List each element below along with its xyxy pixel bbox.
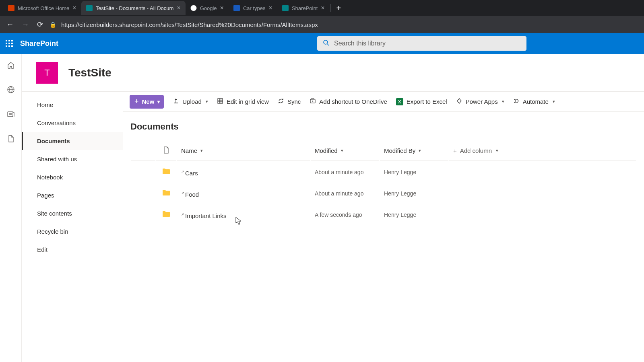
folder-icon	[162, 211, 170, 217]
plus-icon: +	[134, 97, 139, 106]
link-marker-icon: ↗	[181, 212, 184, 216]
browser-tab[interactable]: Google ×	[186, 1, 229, 15]
modified-by-cell[interactable]: Henry Legge	[380, 183, 448, 204]
link-marker-icon: ↗	[181, 170, 184, 174]
upload-button[interactable]: Upload ▾	[173, 98, 208, 106]
nav-item-pages[interactable]: Pages	[22, 186, 123, 204]
column-add[interactable]: +Add column▾	[449, 141, 636, 161]
close-icon[interactable]: ×	[177, 4, 180, 12]
files-icon[interactable]	[7, 135, 15, 145]
url-text[interactable]: https://citizenbuilders.sharepoint.com/s…	[61, 21, 639, 28]
power-apps-button[interactable]: Power Apps ▾	[456, 98, 504, 106]
chevron-down-icon: ▾	[419, 148, 421, 153]
browser-tab[interactable]: Microsoft Office Home ×	[3, 1, 81, 15]
search-input[interactable]	[334, 40, 521, 47]
browser-tab[interactable]: TestSite - Documents - All Docum ×	[81, 1, 186, 15]
sync-label: Sync	[287, 98, 301, 105]
column-name[interactable]: Name▾	[177, 141, 310, 161]
tab-title: TestSite - Documents - All Docum	[96, 5, 174, 11]
powerapps-icon	[456, 98, 462, 106]
suite-app-name[interactable]: SharePoint	[20, 39, 58, 48]
excel-icon: X	[396, 98, 403, 105]
browser-url-bar: ← → ⟳ 🔒 https://citizenbuilders.sharepoi…	[0, 16, 644, 33]
svg-rect-8	[11, 45, 13, 47]
link-marker-icon: ↗	[181, 191, 184, 195]
add-column-label: Add column	[460, 147, 492, 154]
modified-by-cell[interactable]: Henry Legge	[380, 204, 448, 225]
folder-icon	[162, 189, 170, 196]
export-excel-button[interactable]: X Export to Excel	[396, 98, 447, 105]
forward-button[interactable]: →	[20, 19, 31, 31]
site-header: T TestSite	[22, 54, 644, 92]
svg-rect-2	[11, 40, 13, 41]
site-logo[interactable]: T	[36, 62, 58, 84]
powerapps-label: Power Apps	[466, 98, 498, 105]
svg-rect-3	[6, 43, 7, 44]
column-modified[interactable]: Modified▾	[311, 141, 379, 161]
column-file-type[interactable]	[156, 141, 176, 161]
news-icon[interactable]	[7, 110, 15, 120]
modified-cell: About a minute ago	[311, 183, 379, 204]
table-row[interactable]: ↗Food About a minute ago Henry Legge	[131, 183, 636, 204]
search-box[interactable]	[317, 36, 526, 51]
browser-tab[interactable]: SharePoint ×	[277, 1, 330, 15]
chevron-down-icon: ▾	[502, 99, 504, 104]
globe-icon[interactable]	[7, 86, 15, 96]
column-modified-by-label: Modified By	[384, 147, 415, 154]
add-shortcut-button[interactable]: Add shortcut to OneDrive	[310, 98, 387, 106]
search-icon	[323, 39, 329, 47]
lock-icon: 🔒	[50, 21, 56, 28]
table-row[interactable]: ↗Important Links A few seconds ago Henry…	[131, 204, 636, 225]
svg-rect-7	[8, 45, 10, 47]
tab-title: Microsoft Office Home	[18, 5, 69, 11]
app-bar	[0, 54, 22, 362]
folder-name[interactable]: Cars	[185, 170, 198, 177]
left-nav: Home Conversations Documents Shared with…	[22, 92, 123, 362]
tab-title: SharePoint	[292, 5, 318, 11]
svg-rect-5	[11, 43, 13, 44]
nav-item-notebook[interactable]: Notebook	[22, 168, 123, 186]
close-icon[interactable]: ×	[220, 4, 224, 12]
reload-button[interactable]: ⟳	[35, 19, 45, 31]
nav-item-conversations[interactable]: Conversations	[22, 114, 123, 132]
folder-name[interactable]: Food	[185, 191, 199, 198]
sync-button[interactable]: Sync	[278, 98, 301, 106]
table-row[interactable]: ↗Cars About a minute ago Henry Legge	[131, 162, 636, 182]
back-button[interactable]: ←	[5, 19, 15, 31]
plus-icon: +	[453, 147, 457, 154]
nav-item-home[interactable]: Home	[22, 96, 123, 114]
chevron-down-icon: ▾	[553, 99, 555, 104]
automate-button[interactable]: Automate ▾	[513, 98, 555, 106]
home-icon[interactable]	[7, 61, 15, 71]
chevron-down-icon: ▾	[157, 99, 160, 105]
site-logo-letter: T	[44, 68, 50, 78]
nav-item-shared[interactable]: Shared with us	[22, 150, 123, 168]
close-icon[interactable]: ×	[269, 4, 272, 12]
folder-name[interactable]: Important Links	[185, 212, 227, 219]
svg-rect-14	[8, 112, 13, 117]
automate-icon	[513, 98, 520, 106]
new-button[interactable]: + New ▾	[130, 95, 164, 109]
nav-item-documents[interactable]: Documents	[22, 132, 123, 150]
close-icon[interactable]: ×	[321, 4, 324, 12]
column-modified-by[interactable]: Modified By▾	[380, 141, 448, 161]
automate-label: Automate	[523, 98, 549, 105]
modified-by-cell[interactable]: Henry Legge	[380, 162, 448, 182]
suite-header: SharePoint	[0, 33, 644, 54]
nav-item-sitecontents[interactable]: Site contents	[22, 204, 123, 222]
favicon-icon	[233, 5, 240, 11]
new-tab-button[interactable]: +	[332, 4, 346, 13]
nav-item-recyclebin[interactable]: Recycle bin	[22, 222, 123, 241]
browser-tab[interactable]: Car types ×	[229, 1, 277, 15]
edit-grid-button[interactable]: Edit in grid view	[217, 98, 269, 106]
svg-rect-1	[8, 40, 10, 41]
upload-label: Upload	[182, 98, 202, 105]
chevron-down-icon: ▾	[206, 99, 208, 104]
upload-icon	[173, 98, 179, 106]
close-icon[interactable]: ×	[72, 4, 76, 12]
app-launcher-icon[interactable]	[6, 40, 13, 47]
column-select[interactable]	[131, 141, 155, 161]
nav-edit-link[interactable]: Edit	[22, 241, 123, 259]
site-title[interactable]: TestSite	[68, 66, 111, 79]
svg-rect-17	[218, 99, 223, 103]
